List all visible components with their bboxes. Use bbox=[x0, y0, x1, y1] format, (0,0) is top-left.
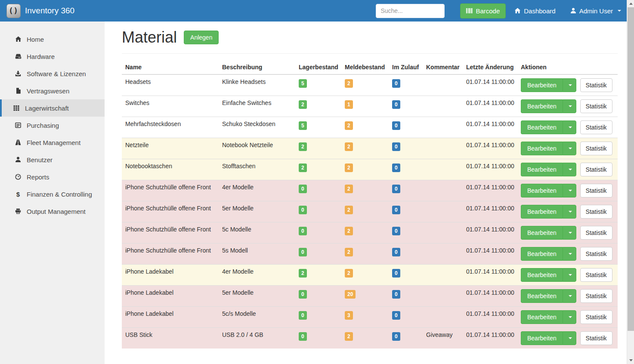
cell-reorder: 20 bbox=[341, 286, 389, 307]
chevron-down-icon bbox=[569, 274, 572, 276]
cell-last-changed: 01.07.14 11:00:00 bbox=[463, 138, 517, 159]
edit-dropdown-toggle[interactable] bbox=[563, 205, 576, 219]
cell-stock: 0 bbox=[295, 244, 341, 265]
edit-button[interactable]: Bearbeiten bbox=[521, 331, 563, 345]
statistics-button[interactable]: Statistik bbox=[580, 331, 612, 345]
col-header-beschreibung: Beschreibung bbox=[219, 60, 295, 74]
edit-button[interactable]: Bearbeiten bbox=[521, 163, 563, 176]
edit-button[interactable]: Bearbeiten bbox=[521, 120, 563, 134]
statistics-button[interactable]: Statistik bbox=[580, 205, 612, 219]
edit-button[interactable]: Bearbeiten bbox=[521, 205, 563, 219]
cell-incoming: 0 bbox=[389, 74, 423, 96]
edit-dropdown-toggle[interactable] bbox=[563, 331, 576, 345]
cell-comment bbox=[423, 244, 463, 265]
incoming-badge: 0 bbox=[392, 227, 400, 235]
statistics-button[interactable]: Statistik bbox=[580, 289, 612, 303]
sidebar-item-output-management[interactable]: Output Management bbox=[0, 203, 105, 220]
edit-button[interactable]: Bearbeiten bbox=[521, 226, 563, 240]
statistics-button[interactable]: Statistik bbox=[580, 120, 612, 134]
list-icon bbox=[15, 122, 22, 128]
edit-button[interactable]: Bearbeiten bbox=[521, 289, 563, 303]
edit-button[interactable]: Bearbeiten bbox=[521, 142, 563, 155]
statistics-button[interactable]: Statistik bbox=[580, 226, 612, 240]
statistics-button[interactable]: Statistik bbox=[580, 99, 612, 113]
incoming-badge: 0 bbox=[392, 79, 400, 88]
sidebar-item-purchasing[interactable]: Purchasing bbox=[0, 117, 105, 134]
statistics-button[interactable]: Statistik bbox=[580, 142, 612, 155]
statistics-button[interactable]: Statistik bbox=[580, 310, 612, 324]
statistics-button[interactable]: Statistik bbox=[580, 78, 612, 92]
table-row: USB Stick USB 2.0 / 4 GB 0 2 0 Giveaway … bbox=[122, 328, 618, 349]
col-header-letzte-aenderung: Letzte Änderung bbox=[463, 60, 517, 74]
cell-stock: 2 bbox=[295, 138, 341, 159]
scroll-up-button[interactable] bbox=[627, 0, 634, 7]
scroll-down-button[interactable] bbox=[627, 357, 634, 364]
sidebar-item-software[interactable]: Software & Lizenzen bbox=[0, 65, 105, 82]
table-row: Headsets Klinke Headsets 5 2 0 01.07.14 … bbox=[122, 74, 618, 96]
edit-button[interactable]: Bearbeiten bbox=[521, 99, 563, 113]
grid-icon bbox=[13, 105, 20, 111]
edit-button[interactable]: Bearbeiten bbox=[521, 78, 563, 92]
app-title: Inventory 360 bbox=[25, 6, 74, 15]
edit-dropdown-toggle[interactable] bbox=[563, 120, 576, 134]
cell-incoming: 0 bbox=[389, 117, 423, 138]
sidebar-item-vertragswesen[interactable]: Vertragswesen bbox=[0, 82, 105, 99]
edit-button[interactable]: Bearbeiten bbox=[521, 268, 563, 282]
cell-actions: Bearbeiten Statistik bbox=[517, 117, 618, 138]
sidebar-item-reports[interactable]: Reports bbox=[0, 168, 105, 185]
edit-split-button: Bearbeiten bbox=[521, 184, 576, 197]
cell-incoming: 0 bbox=[389, 244, 423, 265]
edit-dropdown-toggle[interactable] bbox=[563, 99, 576, 113]
sidebar-item-hardware[interactable]: Hardware bbox=[0, 48, 105, 65]
edit-dropdown-toggle[interactable] bbox=[563, 184, 576, 197]
cell-description: 5er Modelle bbox=[219, 201, 295, 222]
edit-button[interactable]: Bearbeiten bbox=[521, 247, 563, 261]
edit-dropdown-toggle[interactable] bbox=[563, 226, 576, 240]
statistics-button[interactable]: Statistik bbox=[580, 247, 612, 261]
reorder-badge: 2 bbox=[345, 142, 353, 151]
table-row: iPhone Schutzhülle offene Front 5s Model… bbox=[122, 244, 618, 265]
sidebar-item-lagerwirtschaft[interactable]: Lagerwirtschaft bbox=[0, 99, 105, 117]
edit-dropdown-toggle[interactable] bbox=[563, 268, 576, 282]
edit-button[interactable]: Bearbeiten bbox=[521, 310, 563, 324]
cell-comment bbox=[423, 286, 463, 307]
sidebar-item-home[interactable]: Home bbox=[0, 31, 105, 48]
reorder-badge: 2 bbox=[345, 163, 353, 172]
vertical-scrollbar[interactable] bbox=[627, 0, 634, 364]
edit-dropdown-toggle[interactable] bbox=[563, 289, 576, 303]
edit-dropdown-toggle[interactable] bbox=[563, 163, 576, 176]
scrollbar-thumb[interactable] bbox=[628, 7, 634, 331]
edit-dropdown-toggle[interactable] bbox=[563, 142, 576, 155]
cell-incoming: 0 bbox=[389, 286, 423, 307]
cell-name: iPhone Schutzhülle offene Front bbox=[122, 222, 219, 244]
statistics-button[interactable]: Statistik bbox=[580, 184, 612, 197]
edit-dropdown-toggle[interactable] bbox=[563, 78, 576, 92]
sidebar-item-fleet-management[interactable]: Fleet Management bbox=[0, 134, 105, 151]
statistics-button[interactable]: Statistik bbox=[580, 268, 612, 282]
cell-comment bbox=[423, 222, 463, 244]
cell-comment bbox=[423, 265, 463, 286]
page-header: Material Anlegen bbox=[122, 28, 618, 54]
cell-description: Schuko Steckdosen bbox=[219, 117, 295, 138]
edit-split-button: Bearbeiten bbox=[521, 99, 576, 113]
cell-stock: 2 bbox=[295, 265, 341, 286]
sidebar-item-benutzer[interactable]: Benutzer bbox=[0, 151, 105, 168]
brand[interactable]: () Inventory 360 bbox=[6, 4, 74, 18]
dashboard-link[interactable]: Dashboard bbox=[514, 7, 555, 15]
sidebar-item-finanzen[interactable]: $ Finanzen & Controlling bbox=[0, 185, 105, 203]
search-input[interactable] bbox=[376, 4, 445, 18]
table-row: iPhone Ladekabel 5c/s Modelle 0 3 0 01.0… bbox=[122, 307, 618, 328]
reorder-badge: 2 bbox=[345, 121, 353, 130]
user-menu[interactable]: Admin User bbox=[570, 7, 621, 15]
cell-actions: Bearbeiten Statistik bbox=[517, 180, 618, 201]
create-button[interactable]: Anlegen bbox=[184, 31, 219, 44]
cell-last-changed: 01.07.14 11:00:00 bbox=[463, 222, 517, 244]
sidebar-item-label: Lagerwirtschaft bbox=[25, 105, 69, 112]
cell-reorder: 2 bbox=[341, 244, 389, 265]
edit-dropdown-toggle[interactable] bbox=[563, 247, 576, 261]
edit-button[interactable]: Bearbeiten bbox=[521, 184, 563, 197]
barcode-button[interactable]: Barcode bbox=[460, 3, 506, 19]
edit-dropdown-toggle[interactable] bbox=[563, 310, 576, 324]
top-navbar: () Inventory 360 Barcode Dashboard Admin… bbox=[0, 0, 634, 22]
statistics-button[interactable]: Statistik bbox=[580, 163, 612, 176]
